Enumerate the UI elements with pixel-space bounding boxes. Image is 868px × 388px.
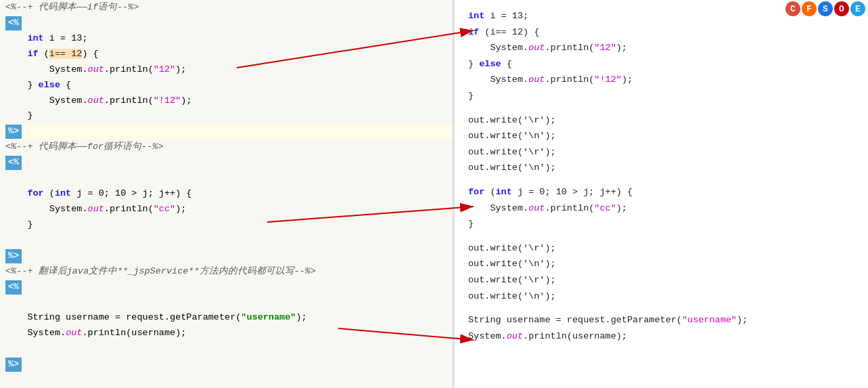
right-panel: int i = 13; if (i== 12) { System.out.pri… [453, 0, 868, 388]
ie-icon[interactable]: E [850, 1, 865, 16]
code-tag-close-3: %> [0, 357, 453, 372]
right-string-12: "12" [594, 43, 616, 53]
keyword-for: for [27, 188, 43, 198]
right-kw-else: else [479, 59, 501, 69]
right-outwrite-4: out.write('\n'); [468, 160, 854, 176]
browser-icons: C F S O E [783, 0, 868, 18]
right-println-not12: System.out.println("!12"); [468, 72, 854, 88]
tag-open-1: <% [5, 16, 22, 30]
string-12: "12" [154, 64, 175, 74]
right-else: } else { [468, 56, 854, 72]
code-int-i: int i = 13; [0, 31, 453, 47]
method-out-4: out [66, 328, 82, 338]
keyword-int-2: int [55, 188, 71, 198]
string-username: "username" [241, 312, 296, 322]
tag-close-1: %> [5, 125, 22, 139]
code-tag-open-2: <% [0, 155, 453, 171]
right-brace-2: } [468, 216, 854, 232]
right-outwrite-8: out.write('\n'); [468, 288, 854, 305]
code-comment-translate: <%--+ 翻译后java文件中**_jspService**方法内的代码都可以… [0, 264, 453, 280]
code-println-not12: System.out.println("!12"); [0, 93, 453, 109]
right-brace-1: } [468, 88, 854, 104]
right-string-username: String username = request.getParameter("… [468, 312, 854, 328]
code-println-username: System.out.println(username); [0, 326, 453, 341]
right-string-not12: "!12" [594, 74, 622, 85]
code-blank-3 [0, 295, 453, 311]
code-brace-close-2: } [0, 217, 453, 233]
code-blank-1 [0, 171, 453, 186]
code-comment-if: <%--+ 代码脚本——if语句--%> [0, 0, 453, 16]
right-println-username: System.out.println(username); [468, 328, 854, 345]
right-println-cc: System.out.println("cc"); [468, 200, 854, 217]
method-out: out [88, 64, 104, 74]
tag-open-2: <% [5, 156, 22, 170]
tag-close-2: %> [5, 249, 22, 263]
code-tag-open-3: <% [0, 280, 453, 295]
right-for: for (int j = 0; 10 > j; j++) { [468, 184, 854, 200]
safari-icon[interactable]: S [818, 1, 833, 16]
firefox-icon[interactable]: F [802, 1, 817, 16]
code-else: } else { [0, 78, 453, 93]
right-outwrite-3: out.write('\r'); [468, 144, 854, 160]
spacer-3 [468, 232, 854, 240]
right-if: if (i== 12) { [468, 24, 854, 41]
keyword-else: else [39, 80, 60, 90]
code-tag-close-2: %> [0, 249, 453, 264]
string-cc: "cc" [154, 204, 175, 214]
right-method-4: out [507, 331, 523, 341]
right-outwrite-2: out.write('\n'); [468, 128, 854, 144]
spacer-2 [468, 176, 854, 184]
right-kw-for: for [468, 187, 484, 197]
code-tag-close-1: %> [0, 124, 453, 139]
code-if: if (i== 12) { [0, 47, 453, 62]
chrome-icon[interactable]: C [785, 1, 800, 16]
keyword-int: int [27, 33, 43, 43]
right-kw-if: if [468, 27, 479, 37]
right-kw-int: int [468, 11, 484, 21]
right-outwrite-6: out.write('\n'); [468, 256, 854, 272]
spacer-4 [468, 304, 854, 312]
right-string-username-val: "username" [682, 315, 737, 325]
code-tag-open-1: <% [0, 16, 453, 31]
string-not12: "!12" [154, 95, 181, 106]
tag-close-3: %> [5, 358, 22, 372]
opera-icon[interactable]: O [834, 1, 849, 16]
code-string-username: String username = request.getParameter("… [0, 310, 453, 326]
code-for: for (int j = 0; 10 > j; j++) { [0, 186, 453, 202]
right-println-12: System.out.println("12"); [468, 40, 854, 56]
right-method-2: out [528, 74, 545, 85]
main-container: <%--+ 代码脚本——if语句--%> <% int i = 13; if (… [0, 0, 868, 388]
left-panel: <%--+ 代码脚本——if语句--%> <% int i = 13; if (… [0, 0, 453, 388]
code-println-cc: System.out.println("cc"); [0, 202, 453, 217]
code-println-12: System.out.println("12"); [0, 62, 453, 78]
code-blank-4 [0, 341, 453, 357]
right-method-1: out [528, 43, 545, 53]
keyword-if: if [27, 49, 38, 59]
code-comment-for: <%--+ 代码脚本——for循环语句--%> [0, 139, 453, 155]
right-outwrite-7: out.write('\r'); [468, 272, 854, 288]
right-string-cc: "cc" [594, 203, 616, 213]
right-kw-int-2: int [496, 187, 512, 197]
right-outwrite-5: out.write('\r'); [468, 240, 854, 257]
right-outwrite-1: out.write('\r'); [468, 112, 854, 129]
right-method-3: out [528, 203, 545, 213]
method-out-2: out [88, 95, 104, 106]
code-brace-close-1: } [0, 108, 453, 124]
code-blank-2 [0, 233, 453, 249]
tag-open-3: <% [5, 280, 22, 295]
method-out-3: out [88, 204, 104, 214]
spacer-1 [468, 104, 854, 112]
